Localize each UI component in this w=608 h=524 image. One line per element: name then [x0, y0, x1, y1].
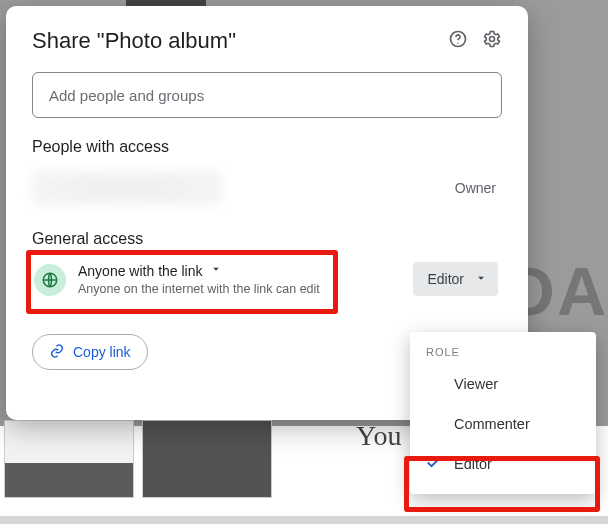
role-option-label: Editor — [454, 456, 492, 472]
role-selector[interactable]: Editor — [413, 262, 498, 296]
role-option-commenter[interactable]: Commenter — [410, 404, 596, 444]
svg-point-2 — [490, 37, 495, 42]
bg-thumb-2 — [142, 420, 272, 498]
role-option-viewer[interactable]: Viewer — [410, 364, 596, 404]
svg-point-1 — [457, 43, 458, 44]
bg-text-you: You — [356, 420, 401, 452]
people-with-access-heading: People with access — [32, 138, 502, 156]
link-scope-label: Anyone with the link — [78, 263, 203, 279]
owner-row: Owner — [32, 166, 502, 210]
add-people-input[interactable] — [32, 72, 502, 118]
bg-thumb-1 — [4, 420, 134, 498]
role-option-label: Viewer — [454, 376, 498, 392]
settings-icon[interactable] — [482, 29, 502, 53]
owner-role-label: Owner — [455, 180, 502, 196]
copy-link-button[interactable]: Copy link — [32, 334, 148, 370]
link-scope-description: Anyone on the internet with the link can… — [78, 282, 320, 296]
globe-icon — [34, 264, 66, 296]
check-icon — [424, 454, 442, 475]
role-option-editor[interactable]: Editor — [410, 444, 596, 484]
link-icon — [49, 343, 65, 362]
owner-identity-blurred — [32, 170, 222, 206]
bg-footer-strip — [0, 516, 608, 524]
general-access-heading: General access — [32, 230, 502, 248]
caret-down-icon — [474, 271, 488, 288]
dialog-title: Share "Photo album" — [32, 28, 236, 54]
role-option-label: Commenter — [454, 416, 530, 432]
role-selector-label: Editor — [427, 271, 464, 287]
link-scope-selector[interactable]: Anyone with the link — [78, 262, 320, 279]
role-dropdown-label: ROLE — [410, 342, 596, 364]
copy-link-label: Copy link — [73, 344, 131, 360]
dialog-header: Share "Photo album" — [32, 28, 502, 54]
help-icon[interactable] — [448, 29, 468, 53]
role-dropdown: ROLE Viewer Commenter Editor — [410, 332, 596, 494]
caret-down-icon — [209, 262, 223, 279]
